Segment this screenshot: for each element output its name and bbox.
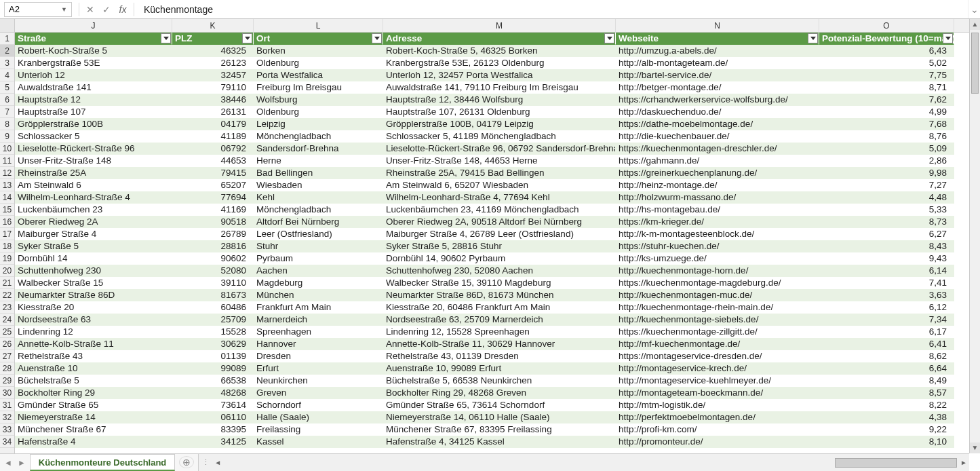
cell[interactable]: Walbecker Straße 15: [15, 277, 172, 289]
cell[interactable]: 4,38: [819, 411, 954, 423]
cell[interactable]: Bad Bellingen: [254, 167, 383, 179]
cell[interactable]: Lieselotte-Rückert-Straße 96: [15, 143, 172, 155]
cell[interactable]: Dresden: [254, 350, 383, 362]
cell[interactable]: Schlossacker 5, 41189 Mönchengladbach: [383, 130, 616, 143]
formula-input[interactable]: Küchenmontage: [137, 4, 968, 15]
cell[interactable]: Altdorf Bei Nürnberg: [254, 216, 383, 228]
cell[interactable]: Herne: [254, 155, 383, 167]
cell[interactable]: Kiesstraße 20: [15, 301, 172, 314]
cell[interactable]: http://montageservice-kuehlmeyer.de/: [616, 375, 819, 387]
cell[interactable]: Auwaldstraße 141, 79110 Freiburg Im Brei…: [383, 81, 616, 94]
cell[interactable]: Maiburger Straße 4: [15, 228, 172, 240]
cell[interactable]: Neunkirchen: [254, 375, 383, 387]
cell[interactable]: Wolfsburg: [254, 94, 383, 106]
cell[interactable]: https://km-krieger.de/: [616, 216, 819, 228]
column-header-O[interactable]: O: [819, 19, 954, 32]
cell[interactable]: Am Steinwald 6: [15, 179, 172, 191]
cell[interactable]: Kranbergstraße 53E, 26123 Oldenburg: [383, 57, 616, 69]
cell[interactable]: Dornbühl 14, 90602 Pyrbaum: [383, 252, 616, 265]
row-header[interactable]: 15: [0, 204, 14, 216]
cell[interactable]: http://ks-umzuege.de/: [616, 252, 819, 265]
cell[interactable]: 06792: [172, 143, 254, 155]
cell[interactable]: https://greinerkuechenplanung.de/: [616, 167, 819, 179]
cell[interactable]: 9,43: [819, 252, 954, 265]
sheet-tab-active[interactable]: Küchenmonteure Deutschland: [30, 454, 176, 471]
cell[interactable]: Niemeyerstraße 14, 06110 Halle (Saale): [383, 411, 616, 423]
cell[interactable]: http://daskuechenduo.de/: [616, 106, 819, 118]
table-header-cell[interactable]: Webseite: [616, 33, 819, 45]
row-header[interactable]: 2: [0, 45, 14, 57]
row-header[interactable]: 24: [0, 314, 14, 326]
cell[interactable]: 7,62: [819, 94, 954, 106]
cell[interactable]: Neumarkter Straße 86D, 81673 München: [383, 289, 616, 301]
cell[interactable]: https://kuechenmontagen-dreschler.de/: [616, 143, 819, 155]
cell[interactable]: Hauptstraße 12: [15, 94, 172, 106]
row-header[interactable]: 27: [0, 350, 14, 362]
cell[interactable]: https://gahmann.de/: [616, 155, 819, 167]
row-header[interactable]: 31: [0, 399, 14, 411]
cell[interactable]: Kranbergstraße 53E: [15, 57, 172, 69]
table-header-cell[interactable]: Adresse: [383, 33, 616, 45]
cell[interactable]: Gröpplerstraße 100B, 04179 Leipzig: [383, 118, 616, 130]
filter-dropdown-icon[interactable]: [372, 33, 382, 43]
cell[interactable]: 28816: [172, 240, 254, 252]
row-header[interactable]: 6: [0, 94, 14, 106]
cell[interactable]: Kiesstraße 20, 60486 Frankfurt Am Main: [383, 301, 616, 314]
cell[interactable]: Robert-Koch-Straße 5: [15, 45, 172, 57]
cell[interactable]: Syker Straße 5, 28816 Stuhr: [383, 240, 616, 252]
cell[interactable]: http://k-m-montagesteenblock.de/: [616, 228, 819, 240]
cell[interactable]: Wilhelm-Leonhard-Straße 4, 77694 Kehl: [383, 191, 616, 204]
chevron-down-icon[interactable]: ▼: [61, 6, 67, 13]
scroll-down-icon[interactable]: ▼: [970, 442, 980, 453]
cell[interactable]: Borken: [254, 45, 383, 57]
cell[interactable]: https://kuechenmontage-magdeburg.de/: [616, 277, 819, 289]
cell[interactable]: Münchener Straße 67, 83395 Freilassing: [383, 423, 616, 436]
cell[interactable]: Auwaldstraße 141: [15, 81, 172, 94]
cell[interactable]: 39110: [172, 277, 254, 289]
cell[interactable]: Maiburger Straße 4, 26789 Leer (Ostfries…: [383, 228, 616, 240]
cell[interactable]: http://holzwurm-massano.de/: [616, 191, 819, 204]
row-header[interactable]: 33: [0, 423, 14, 436]
cell[interactable]: Schuttenhofweg 230, 52080 Aachen: [383, 265, 616, 277]
cell[interactable]: Luckenbäumchen 23: [15, 204, 172, 216]
cell[interactable]: http://hs-montagebau.de/: [616, 204, 819, 216]
cell[interactable]: Walbecker Straße 15, 39110 Magdeburg: [383, 277, 616, 289]
cell[interactable]: Lieselotte-Rückert-Straße 96, 06792 Sand…: [383, 143, 616, 155]
cell[interactable]: http://kuechenmontage-rhein-main.de/: [616, 301, 819, 314]
cell[interactable]: Neumarkter Straße 86D: [15, 289, 172, 301]
cell[interactable]: 44653: [172, 155, 254, 167]
row-header[interactable]: 13: [0, 179, 14, 191]
filter-dropdown-icon[interactable]: [943, 33, 953, 43]
add-sheet-button[interactable]: ⊕: [179, 456, 194, 468]
cell[interactable]: Oberer Riedweg 2A: [15, 216, 172, 228]
cell[interactable]: 26123: [172, 57, 254, 69]
horizontal-scrollbar[interactable]: ⋮ ◄ ►: [198, 454, 969, 471]
cell[interactable]: http://profi-km.com/: [616, 423, 819, 436]
cell[interactable]: Leipzig: [254, 118, 383, 130]
row-header[interactable]: 23: [0, 301, 14, 314]
cell[interactable]: Schuttenhofweg 230: [15, 265, 172, 277]
cell[interactable]: 6,17: [819, 326, 954, 338]
cell[interactable]: Syker Straße 5: [15, 240, 172, 252]
cell[interactable]: 9,98: [819, 167, 954, 179]
cell[interactable]: Porta Westfalica: [254, 69, 383, 81]
cell[interactable]: Mönchengladbach: [254, 130, 383, 143]
tab-first-icon[interactable]: ◄: [4, 458, 12, 468]
cell[interactable]: 79415: [172, 167, 254, 179]
cell[interactable]: 8,43: [819, 240, 954, 252]
cell[interactable]: Büchelstraße 5, 66538 Neunkirchen: [383, 375, 616, 387]
filter-dropdown-icon[interactable]: [242, 33, 252, 43]
cell[interactable]: http://promonteur.de/: [616, 436, 819, 448]
cell[interactable]: 5,02: [819, 57, 954, 69]
cell[interactable]: 5,09: [819, 143, 954, 155]
cell[interactable]: 7,27: [819, 179, 954, 191]
cell[interactable]: Stuhr: [254, 240, 383, 252]
cell[interactable]: Bockholter Ring 29: [15, 387, 172, 399]
column-header-J[interactable]: J: [15, 19, 172, 32]
cell[interactable]: 8,73: [819, 216, 954, 228]
cell[interactable]: Gmünder Straße 65: [15, 399, 172, 411]
cell[interactable]: 32457: [172, 69, 254, 81]
row-header[interactable]: 7: [0, 106, 14, 118]
cell[interactable]: 4,99: [819, 106, 954, 118]
cell[interactable]: 9,22: [819, 423, 954, 436]
